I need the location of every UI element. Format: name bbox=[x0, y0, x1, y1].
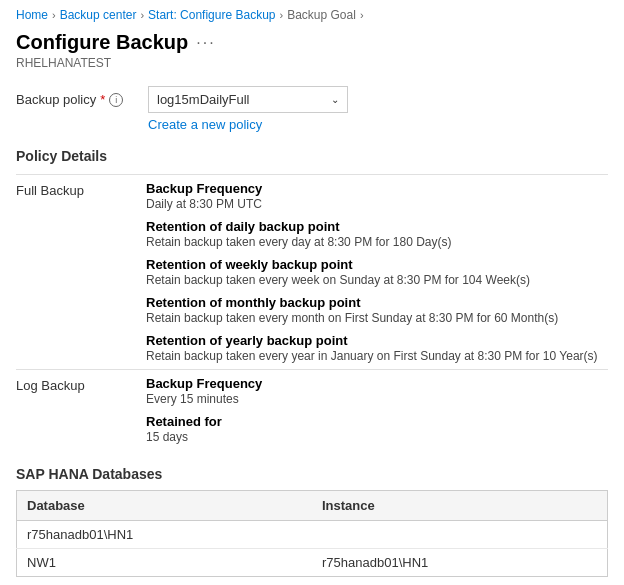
page-header: Configure Backup RHELHANATEST ··· bbox=[0, 28, 624, 74]
log-backup-retained-text: 15 days bbox=[146, 430, 608, 444]
policy-field-group: log15mDailyFull ⌄ Create a new policy bbox=[148, 86, 348, 132]
log-backup-retained-title: Retained for bbox=[146, 414, 608, 429]
breadcrumb-sep-2: › bbox=[140, 9, 144, 21]
full-backup-frequency-text: Daily at 8:30 PM UTC bbox=[146, 197, 608, 211]
retention-daily-text: Retain backup taken every day at 8:30 PM… bbox=[146, 235, 608, 249]
policy-details-title: Policy Details bbox=[16, 148, 608, 164]
log-backup-label: Log Backup bbox=[16, 376, 146, 393]
create-new-policy-link[interactable]: Create a new policy bbox=[148, 117, 348, 132]
log-backup-frequency: Backup Frequency Every 15 minutes bbox=[146, 376, 608, 406]
db-instance-cell-2: r75hanadb01\HN1 bbox=[312, 549, 608, 577]
log-backup-frequency-title: Backup Frequency bbox=[146, 376, 608, 391]
retention-weekly: Retention of weekly backup point Retain … bbox=[146, 257, 608, 287]
databases-section: SAP HANA Databases Database Instance r75… bbox=[16, 466, 608, 585]
required-indicator: * bbox=[100, 92, 105, 107]
backup-policy-row: Backup policy * i log15mDailyFull ⌄ Crea… bbox=[16, 86, 608, 132]
retention-daily: Retention of daily backup point Retain b… bbox=[146, 219, 608, 249]
table-row: r75hanadb01\HN1 bbox=[17, 521, 608, 549]
db-name-cell-1: r75hanadb01\HN1 bbox=[17, 521, 313, 549]
db-name-cell-2: NW1 bbox=[17, 549, 313, 577]
retention-weekly-title: Retention of weekly backup point bbox=[146, 257, 608, 272]
db-instance-cell-1 bbox=[312, 521, 608, 549]
instance-col-header: Instance bbox=[312, 491, 608, 521]
backup-policy-label-text: Backup policy bbox=[16, 92, 96, 107]
breadcrumb-sep-3: › bbox=[279, 9, 283, 21]
retention-yearly: Retention of yearly backup point Retain … bbox=[146, 333, 608, 363]
page-title: Configure Backup bbox=[16, 30, 188, 54]
full-backup-row: Full Backup Backup Frequency Daily at 8:… bbox=[16, 175, 608, 369]
databases-table: Database Instance r75hanadb01\HN1 NW1 r7… bbox=[16, 490, 608, 577]
table-row: NW1 r75hanadb01\HN1 bbox=[17, 549, 608, 577]
retention-monthly-title: Retention of monthly backup point bbox=[146, 295, 608, 310]
policy-table: Full Backup Backup Frequency Daily at 8:… bbox=[16, 175, 608, 450]
breadcrumb-home[interactable]: Home bbox=[16, 8, 48, 22]
log-backup-row: Log Backup Backup Frequency Every 15 min… bbox=[16, 369, 608, 450]
database-col-header: Database bbox=[17, 491, 313, 521]
databases-table-header: Database Instance bbox=[17, 491, 608, 521]
full-backup-details: Backup Frequency Daily at 8:30 PM UTC Re… bbox=[146, 181, 608, 363]
breadcrumb-sep-1: › bbox=[52, 9, 56, 21]
retention-monthly-text: Retain backup taken every month on First… bbox=[146, 311, 608, 325]
breadcrumb-backup-center[interactable]: Backup center bbox=[60, 8, 137, 22]
full-backup-label: Full Backup bbox=[16, 181, 146, 198]
breadcrumb-configure-backup[interactable]: Start: Configure Backup bbox=[148, 8, 275, 22]
backup-policy-value: log15mDailyFull bbox=[157, 92, 249, 107]
retention-monthly: Retention of monthly backup point Retain… bbox=[146, 295, 608, 325]
more-options-button[interactable]: ··· bbox=[196, 34, 215, 52]
info-icon[interactable]: i bbox=[109, 93, 123, 107]
log-backup-details: Backup Frequency Every 15 minutes Retain… bbox=[146, 376, 608, 444]
full-backup-frequency-title: Backup Frequency bbox=[146, 181, 608, 196]
retention-yearly-text: Retain backup taken every year in Januar… bbox=[146, 349, 608, 363]
breadcrumb-sep-4: › bbox=[360, 9, 364, 21]
backup-policy-dropdown[interactable]: log15mDailyFull ⌄ bbox=[148, 86, 348, 113]
backup-policy-label: Backup policy * i bbox=[16, 86, 136, 107]
retention-weekly-text: Retain backup taken every week on Sunday… bbox=[146, 273, 608, 287]
retention-daily-title: Retention of daily backup point bbox=[146, 219, 608, 234]
dropdown-arrow-icon: ⌄ bbox=[331, 94, 339, 105]
databases-section-title: SAP HANA Databases bbox=[16, 466, 608, 482]
page-subtitle: RHELHANATEST bbox=[16, 56, 188, 70]
retention-yearly-title: Retention of yearly backup point bbox=[146, 333, 608, 348]
log-backup-frequency-text: Every 15 minutes bbox=[146, 392, 608, 406]
breadcrumb: Home › Backup center › Start: Configure … bbox=[0, 0, 624, 28]
main-content: Backup policy * i log15mDailyFull ⌄ Crea… bbox=[0, 74, 624, 585]
log-backup-retained: Retained for 15 days bbox=[146, 414, 608, 444]
breadcrumb-backup-goal: Backup Goal bbox=[287, 8, 356, 22]
full-backup-frequency: Backup Frequency Daily at 8:30 PM UTC bbox=[146, 181, 608, 211]
